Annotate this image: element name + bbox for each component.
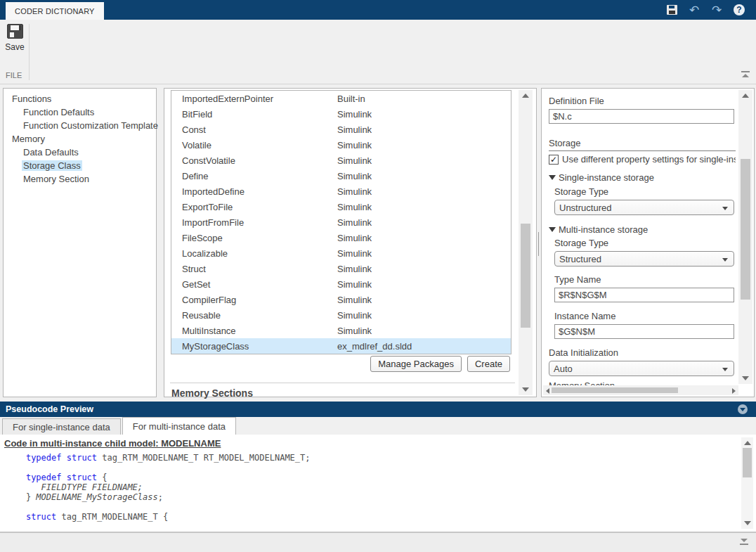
scroll-thumb[interactable]: [741, 159, 750, 300]
tab-label: For multi-instance data: [133, 421, 226, 432]
manage-packages-button[interactable]: Manage Packages: [370, 356, 462, 372]
single-instance-group-header[interactable]: Single-instance storage: [549, 172, 736, 183]
tree-item-memory-section[interactable]: Memory Section: [4, 172, 156, 186]
quick-access-icons: ↶ ↷ ?: [665, 0, 746, 20]
table-row-importfromfile[interactable]: ImportFromFileSimulink: [171, 214, 511, 230]
table-row-exporttofile[interactable]: ExportToFileSimulink: [171, 199, 511, 214]
scroll-thumb[interactable]: [743, 448, 752, 477]
type-name-input[interactable]: $R$N$G$M: [554, 288, 734, 302]
code-token: ;: [158, 492, 163, 502]
section-divider: [170, 383, 515, 383]
data-initialization-label: Data Initialization: [549, 347, 736, 358]
storage-panel-vscrollbar[interactable]: [519, 90, 533, 395]
pseudocode-body: Code in multi-instance child model: MODE…: [0, 435, 756, 532]
code-line: FIELDTYPE FIELDNAME;: [6, 482, 756, 492]
panel-collapse-icon[interactable]: [738, 404, 748, 414]
table-row-compilerflag[interactable]: CompilerFlagSimulink: [171, 292, 511, 307]
save-button[interactable]: Save: [3, 24, 27, 66]
table-row-struct[interactable]: StructSimulink: [171, 261, 511, 276]
multi-instance-group-header[interactable]: Multi-instance storage: [549, 224, 736, 235]
storage-class-name: Define: [171, 171, 337, 181]
table-row-reusable[interactable]: ReusableSimulink: [171, 307, 511, 323]
tab-for-multi-instance-data[interactable]: For multi-instance data: [122, 417, 236, 435]
redo-icon[interactable]: ↷: [710, 3, 724, 17]
scroll-left-icon[interactable]: [546, 388, 549, 394]
storage-class-name: ImportFromFile: [171, 217, 337, 228]
undo-icon[interactable]: ↶: [687, 3, 701, 17]
properties-vscrollbar[interactable]: [738, 90, 752, 384]
checkbox-checked-icon[interactable]: ✓: [549, 155, 559, 165]
code-token: FIELDTYPE FIELDNAME;: [41, 482, 143, 492]
scroll-thumb[interactable]: [552, 387, 678, 393]
code-token: tag_RTM_MODELNAME_T RT_MODEL_MODELNAME_T…: [97, 453, 310, 463]
tree-item-functions[interactable]: Functions: [4, 92, 156, 105]
data-initialization-value: Auto: [554, 364, 573, 374]
scroll-up-icon[interactable]: [744, 441, 751, 445]
table-row-volatile[interactable]: VolatileSimulink: [171, 137, 511, 153]
type-name-value: $R$N$G$M: [559, 290, 607, 300]
create-button[interactable]: Create: [467, 356, 510, 372]
tree-item-label: Memory: [11, 134, 46, 144]
table-row-const[interactable]: ConstSimulink: [171, 122, 511, 137]
table-row-mystorageclass[interactable]: MyStorageClassex_mdlref_dd.sldd: [171, 338, 511, 354]
tree-item-data-defaults[interactable]: Data Defaults: [4, 146, 156, 159]
save-icon[interactable]: [665, 3, 679, 17]
instance-name-input[interactable]: $G$N$M: [554, 324, 734, 339]
table-row-bitfield[interactable]: BitFieldSimulink: [171, 106, 511, 122]
table-row-define[interactable]: DefineSimulink: [171, 168, 511, 184]
code-vscrollbar[interactable]: [741, 437, 753, 529]
tab-coder-dictionary[interactable]: CODER DICTIONARY: [6, 2, 104, 20]
table-row-filescope[interactable]: FileScopeSimulink: [171, 230, 511, 245]
tree-item-label: Function Defaults: [22, 107, 96, 117]
single-storage-type-label: Storage Type: [554, 186, 736, 197]
table-row-constvolatile[interactable]: ConstVolatileSimulink: [171, 153, 511, 168]
code-token: [61, 453, 66, 463]
properties-hscrollbar[interactable]: [543, 385, 738, 395]
multi-instance-group-label: Multi-instance storage: [559, 224, 648, 235]
multi-storage-type-dropdown[interactable]: Structured: [554, 251, 734, 267]
code-token: typedef: [26, 473, 62, 482]
help-icon[interactable]: ?: [732, 3, 746, 17]
tree-item-memory[interactable]: Memory: [4, 132, 156, 146]
storage-class-source: Simulink: [337, 186, 372, 197]
storage-class-name: Localizable: [171, 248, 337, 259]
single-storage-type-value: Unstructured: [559, 203, 611, 213]
scroll-thumb[interactable]: [521, 224, 530, 328]
floppy-glyph: [667, 5, 677, 15]
instance-name-value: $G$N$M: [559, 326, 595, 337]
scroll-up-icon[interactable]: [742, 94, 749, 98]
tree-item-storage-class[interactable]: Storage Class: [4, 159, 156, 172]
single-storage-type-dropdown[interactable]: Unstructured: [554, 200, 734, 215]
storage-class-name: MyStorageClass: [171, 341, 337, 352]
storage-class-source: Simulink: [337, 326, 372, 336]
collapse-panel-down-icon[interactable]: [739, 539, 749, 547]
definition-file-input[interactable]: $N.c: [549, 109, 734, 124]
instance-name-label: Instance Name: [554, 311, 736, 321]
tab-for-single-instance-data[interactable]: For single-instance data: [2, 418, 121, 435]
scroll-down-icon[interactable]: [742, 376, 749, 380]
table-row-importedexternpointer[interactable]: ImportedExternPointerBuilt-in: [171, 91, 511, 106]
scroll-up-icon[interactable]: [522, 94, 529, 98]
tree-item-function-customization-template[interactable]: Function Customization Template: [4, 119, 156, 132]
data-initialization-dropdown[interactable]: Auto: [549, 361, 734, 376]
scroll-right-icon[interactable]: [732, 388, 736, 394]
code-line: typedef struct {: [6, 473, 756, 482]
storage-class-source: Simulink: [337, 233, 372, 243]
table-row-getset[interactable]: GetSetSimulink: [171, 276, 511, 292]
tree-item-function-defaults[interactable]: Function Defaults: [4, 105, 156, 119]
code-line: [6, 502, 756, 512]
collapse-toolstrip-icon[interactable]: [741, 71, 750, 79]
tree-item-label: Memory Section: [22, 174, 91, 184]
scroll-down-icon[interactable]: [744, 521, 751, 525]
storage-class-name: Reusable: [171, 310, 337, 321]
table-row-multiinstance[interactable]: MultiInstanceSimulink: [171, 323, 511, 338]
table-row-importeddefine[interactable]: ImportedDefineSimulink: [171, 184, 511, 199]
pseudocode-preview-title: Pseudocode Preview: [6, 404, 93, 414]
storage-class-name: ExportToFile: [171, 202, 337, 212]
storage-class-source: Simulink: [337, 217, 372, 228]
single-instance-checkbox-row: ✓ Use different property settings for si…: [549, 154, 736, 165]
table-row-localizable[interactable]: LocalizableSimulink: [171, 245, 511, 261]
storage-class-source: Simulink: [337, 171, 372, 181]
scroll-down-icon[interactable]: [522, 387, 529, 392]
panel-splitter[interactable]: [538, 232, 539, 256]
